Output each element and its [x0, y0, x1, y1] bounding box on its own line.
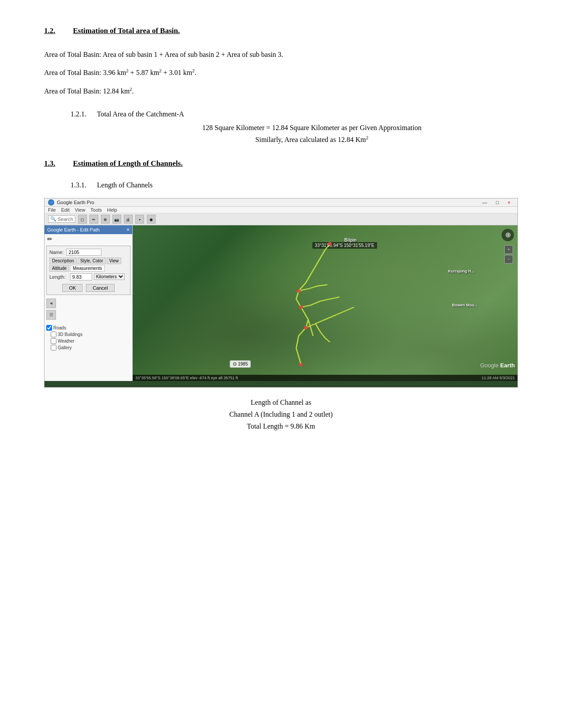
ge-status-time: 11:28 AM 5/3/2021 — [481, 376, 515, 380]
subsection-1-3-1-num: 1.3.1. — [71, 181, 86, 189]
ge-search-bar-container: 🔍 Search — [48, 215, 75, 223]
ge-elev-value: 1985 — [238, 362, 248, 366]
ge-menu-edit[interactable]: Edit — [61, 207, 70, 213]
ge-tool-hand[interactable]: ☰ — [46, 310, 56, 320]
ge-layer-gallery-label: Gallery — [58, 345, 72, 350]
ge-layer-gallery: Gallery — [51, 345, 130, 351]
subsection-1-3-1-heading: 1.3.1. Length of Channels — [71, 181, 518, 189]
ge-toolbar-btn-1[interactable]: ◻ — [78, 215, 87, 224]
ge-titlebar-left: Google Earth Pro — [48, 199, 94, 205]
ge-menubar: File Edit View Tools Help — [45, 207, 517, 213]
ge-layer-weather: Weather — [51, 338, 130, 344]
ge-minimize-btn[interactable]: — — [479, 200, 491, 205]
ge-app-icon — [48, 199, 54, 205]
subsection-1-3-1-title: Length of Channels — [97, 181, 153, 189]
ge-toolbar-btn-6[interactable]: ▪ — [135, 215, 144, 224]
subsection-1-2-1-heading: 1.2.1. Total Area of the Catchment-A — [71, 110, 518, 118]
ge-elev-icon: ⊙ — [233, 361, 237, 367]
ge-tab-view[interactable]: View — [107, 258, 122, 264]
ge-channel-lines — [133, 225, 517, 381]
ge-google-earth-logo: Google Earth — [480, 362, 515, 369]
ge-close-btn[interactable]: × — [504, 200, 514, 205]
ge-layer-3d: 3D Buildings — [51, 332, 130, 337]
ge-compass: ⊕ — [502, 229, 514, 241]
ge-title-text: Google Earth Pro — [57, 200, 94, 205]
body-line-1: Area of Total Basin: Area of sub basin 1… — [44, 49, 518, 60]
ge-toolbar-btn-2[interactable]: ✏ — [89, 215, 98, 224]
ge-layer-roads-label: Roads — [53, 325, 66, 330]
subsection-1-3-1: 1.3.1. Length of Channels — [71, 181, 518, 189]
ge-panel-close[interactable]: × — [127, 227, 130, 233]
indented-line-2: Similarly, Area calculated as 12.84 Km2 — [106, 134, 518, 146]
ge-maximize-btn[interactable]: □ — [492, 200, 502, 205]
ge-length-label: Length: — [49, 274, 66, 280]
svg-point-0 — [299, 363, 303, 366]
ge-layer-3d-check[interactable] — [51, 332, 56, 337]
ge-name-label: Name: — [49, 250, 63, 255]
ge-toolbar-btn-5[interactable]: 🖨 — [124, 215, 133, 224]
ge-toolbar-btn-4[interactable]: 📷 — [112, 215, 121, 224]
ge-side-tools: ◄ ☰ Roads 3D Buildings Wea — [45, 297, 132, 352]
ge-compass-icon: ⊕ — [505, 231, 511, 239]
section-1-3-num: 1.3. — [44, 159, 56, 168]
subsection-1-2-1: 1.2.1. Total Area of the Catchment-A 128… — [71, 110, 518, 146]
svg-point-4 — [328, 242, 332, 245]
ge-layer-weather-check[interactable] — [51, 338, 56, 344]
ge-dialog-buttons: OK Cancel — [49, 284, 127, 292]
section-1-2-num: 1.2. — [44, 26, 56, 35]
ge-pencil-icon: ✏ — [45, 234, 132, 244]
ge-menu-view[interactable]: View — [75, 207, 86, 213]
ge-search-label[interactable]: Search — [58, 217, 73, 222]
ge-tool-arrow[interactable]: ◄ — [46, 299, 56, 308]
ge-cancel-button[interactable]: Cancel — [86, 284, 114, 292]
ge-tab-measurements[interactable]: Measurements — [70, 265, 104, 272]
ge-tab-style[interactable]: Style, Color — [78, 258, 106, 264]
ge-status-coords: 33°35'55.58"S 150°38'08.65"E elev -674 f… — [135, 376, 238, 380]
body-line-2: Area of Total Basin: 3.96 km2 + 5.87 km2… — [44, 67, 518, 79]
ge-tab-altitude[interactable]: Altitude — [49, 265, 69, 272]
caption-block: Length of Channel as Channel A (Includin… — [44, 396, 518, 433]
ge-logo-earth: Earth — [500, 362, 515, 369]
ge-edit-path-dialog: Name: Description Style, Color View Alti… — [46, 246, 130, 295]
ge-name-input[interactable] — [66, 249, 101, 256]
ge-toolbar-btn-3[interactable]: ⊕ — [101, 215, 110, 224]
ge-layer-roads-check[interactable] — [46, 325, 52, 331]
ge-left-panel: Google Earth - Edit Path × ✏ Name: Descr… — [45, 225, 133, 381]
ge-nav-controls: + − — [504, 245, 513, 264]
ge-logo-google: Google — [480, 362, 500, 369]
ge-layer-gallery-check[interactable] — [51, 345, 56, 351]
ge-length-input[interactable] — [70, 273, 92, 280]
indented-line-1: 128 Square Kilometer = 12.84 Square Kilo… — [106, 122, 518, 134]
ge-layer-roads: Roads — [46, 325, 130, 331]
ge-length-row: Length: Kilometers Miles Meters — [49, 273, 127, 280]
section-1-2-heading: 1.2. Estimation of Total area of Basin. — [44, 26, 518, 35]
section-1-3-heading: 1.3. Estimation of Length of Channels. — [44, 159, 518, 168]
ge-layer-3d-label: 3D Buildings — [58, 332, 82, 337]
caption-line-1: Length of Channel as — [44, 396, 518, 408]
ge-zoom-out[interactable]: − — [504, 255, 513, 264]
ge-panel-title: Google Earth - Edit Path — [47, 227, 100, 232]
ge-tab-description[interactable]: Description — [49, 258, 77, 264]
svg-point-3 — [297, 289, 301, 292]
ge-titlebar: Google Earth Pro — □ × — [45, 198, 517, 207]
ge-body: Google Earth - Edit Path × ✏ Name: Descr… — [45, 225, 517, 381]
ge-unit-select[interactable]: Kilometers Miles Meters — [94, 273, 125, 280]
ge-window-controls: — □ × — [479, 200, 514, 205]
ge-menu-help[interactable]: Help — [107, 207, 117, 213]
ge-menu-file[interactable]: File — [48, 207, 56, 213]
body-line-3: Area of Total Basin: 12.84 km2. — [44, 85, 518, 97]
ge-zoom-in[interactable]: + — [504, 245, 513, 254]
ge-screenshot: Google Earth Pro — □ × File Edit View To… — [44, 198, 518, 388]
ge-map: 33°31'56.94"S 150°31'55.19"E — [133, 225, 517, 381]
ge-toolbar-btn-7[interactable]: ◉ — [147, 215, 156, 224]
svg-point-1 — [304, 326, 308, 329]
ge-status-bar: 33°35'55.58"S 150°38'08.65"E elev -674 f… — [133, 375, 517, 381]
section-1-2-title: Estimation of Total area of Basin. — [73, 26, 180, 35]
ge-menu-tools[interactable]: Tools — [90, 207, 102, 213]
ge-toolbar: 🔍 Search ◻ ✏ ⊕ 📷 🖨 ▪ ◉ — [45, 213, 517, 225]
svg-point-2 — [299, 306, 303, 309]
subsection-1-2-1-num: 1.2.1. — [71, 110, 86, 118]
ge-search-icon: 🔍 — [50, 216, 56, 222]
subsection-1-2-1-title: Total Area of the Catchment-A — [97, 110, 184, 118]
ge-ok-button[interactable]: OK — [62, 284, 82, 292]
